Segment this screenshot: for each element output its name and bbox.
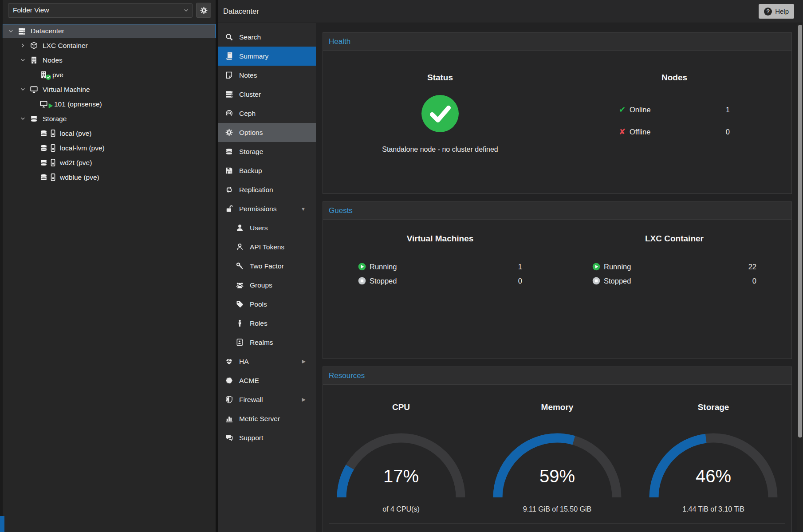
main-region: Datacenter Help Search Summary Notes (218, 0, 803, 532)
offline-count: 0 (726, 128, 730, 136)
floppy-disk-icon (225, 167, 234, 174)
cluster-status-column: Status Standalone node - no cluster defi… (323, 73, 557, 193)
tree-item-nodes[interactable]: Nodes (3, 53, 216, 67)
gear-icon (225, 129, 234, 136)
memory-percent: 59% (491, 466, 624, 486)
tree-item-storage-wdblue[interactable]: wdblue (pve) (3, 170, 216, 185)
tree-item-storage[interactable]: Storage (3, 111, 216, 126)
user-outline-icon (236, 243, 244, 251)
building-icon (40, 71, 49, 79)
key-icon (236, 262, 244, 270)
chevron-right-icon[interactable] (20, 43, 30, 48)
chevron-down-icon[interactable] (8, 29, 18, 34)
section-divider (329, 523, 785, 531)
cpu-gauge: CPU 17% of 4 CPU(s) (325, 402, 478, 513)
database-icon (225, 148, 234, 155)
drive-icon (49, 173, 58, 181)
cube-icon (30, 42, 39, 49)
nodes-header: Nodes (661, 73, 687, 83)
resource-tree-panel: Folder View Datacenter LXC Container (3, 0, 216, 532)
lxc-container-column: LXC Container Running 22 (557, 234, 791, 359)
menu-item-firewall[interactable]: Firewall ▶ (218, 390, 316, 409)
memory-detail: 9.11 GiB of 15.50 GiB (523, 505, 591, 513)
user-group-icon (236, 281, 244, 289)
menu-item-api-tokens[interactable]: API Tokens (218, 237, 316, 256)
guests-panel-title: Guests (323, 202, 791, 220)
health-panel-title: Health (323, 33, 791, 51)
server-stack-icon (225, 91, 234, 98)
lxc-running-count: 22 (748, 263, 756, 271)
monitor-icon (30, 86, 39, 93)
tree-item-lxc-container[interactable]: LXC Container (3, 38, 216, 53)
chevron-down-icon (184, 8, 189, 13)
memory-gauge: Memory 59% 9.11 GiB of 15.50 GiB (481, 402, 634, 513)
chevron-down-icon[interactable] (20, 116, 30, 121)
person-icon (236, 319, 244, 327)
address-book-icon (236, 339, 244, 346)
menu-item-two-factor[interactable]: Two Factor (218, 256, 316, 276)
offline-label: Offline (630, 128, 650, 136)
menu-item-realms[interactable]: Realms (218, 333, 316, 352)
resources-panel-title: Resources (323, 367, 791, 385)
menu-item-pools[interactable]: Pools (218, 295, 316, 314)
tree-item-storage-local[interactable]: local (pve) (3, 126, 216, 141)
menu-item-replication[interactable]: Replication (218, 180, 316, 199)
menu-item-permissions[interactable]: Permissions ▼ (218, 199, 316, 218)
menu-item-acme[interactable]: ACME (218, 371, 316, 390)
check-icon: ✔ (619, 105, 630, 114)
vm-running-label: Running (370, 263, 397, 271)
chevron-down-icon[interactable] (20, 58, 30, 63)
menu-item-ceph[interactable]: Ceph (218, 104, 316, 123)
menu-item-search[interactable]: Search (218, 28, 316, 47)
health-panel: Health Status Standalone node - no clust… (323, 32, 792, 194)
resources-panel: Resources CPU 17% (323, 366, 792, 532)
menu-item-storage[interactable]: Storage (218, 142, 316, 161)
page-title: Datacenter (223, 7, 259, 16)
tree-item-virtual-machine[interactable]: Virtual Machine (3, 82, 216, 97)
lxc-running-label: Running (604, 263, 631, 271)
online-count: 1 (726, 106, 730, 114)
cross-icon: ✘ (619, 127, 630, 137)
summary-content: Health Status Standalone node - no clust… (316, 23, 803, 532)
tree-settings-button[interactable] (196, 3, 211, 18)
proxmox-window: Folder View Datacenter LXC Container (0, 0, 803, 532)
menu-item-users[interactable]: Users (218, 218, 316, 237)
tree-item-storage-local-lvm[interactable]: local-lvm (pve) (3, 141, 216, 155)
book-icon (225, 52, 234, 60)
menu-item-support[interactable]: Support (218, 428, 316, 447)
menu-item-cluster[interactable]: Cluster (218, 85, 316, 104)
tree-item-datacenter[interactable]: Datacenter (3, 24, 216, 38)
menu-item-metric-server[interactable]: Metric Server (218, 409, 316, 428)
tree-item-pve[interactable]: pve (3, 67, 216, 82)
tree-item-storage-wd2t[interactable]: wd2t (pve) (3, 155, 216, 170)
search-icon (225, 33, 234, 41)
menu-item-summary[interactable]: Summary (218, 47, 316, 66)
menu-item-notes[interactable]: Notes (218, 66, 316, 85)
cluster-status-message: Standalone node - no cluster defined (382, 146, 498, 154)
check-circle-icon (421, 95, 459, 132)
help-button[interactable]: Help (759, 4, 794, 19)
resource-tree: Datacenter LXC Container Nodes pve (3, 24, 216, 185)
view-selector[interactable]: Folder View (8, 3, 193, 18)
menu-item-options[interactable]: Options (218, 123, 316, 142)
monitor-icon (40, 100, 49, 108)
play-badge-icon (48, 103, 54, 109)
storage-detail: 1.44 TiB of 3.10 TiB (682, 505, 744, 513)
vertical-scrollbar[interactable] (797, 24, 803, 532)
lxc-stopped-label: Stopped (604, 277, 631, 285)
tree-item-vm-101[interactable]: 101 (opnsense) (3, 97, 216, 111)
virtual-machines-column: Virtual Machines Running 1 (323, 234, 557, 359)
menu-item-ha[interactable]: HA ▶ (218, 352, 316, 371)
gauge-arc (335, 430, 468, 501)
guests-panel: Guests Virtual Machines Running 1 (323, 201, 792, 359)
menu-item-groups[interactable]: Groups (218, 276, 316, 295)
storage-header: Storage (698, 402, 729, 412)
menu-item-backup[interactable]: Backup (218, 161, 316, 180)
chevron-down-icon[interactable] (20, 87, 30, 92)
scrollbar-thumb[interactable] (798, 25, 802, 437)
vm-running-row: Running 1 (358, 260, 522, 274)
nodes-status-column: Nodes ✔ Online 1 ✘ Offline (557, 73, 791, 193)
menu-item-roles[interactable]: Roles (218, 314, 316, 333)
lxc-stopped-row: Stopped 0 (592, 274, 756, 288)
drive-icon (49, 130, 58, 137)
